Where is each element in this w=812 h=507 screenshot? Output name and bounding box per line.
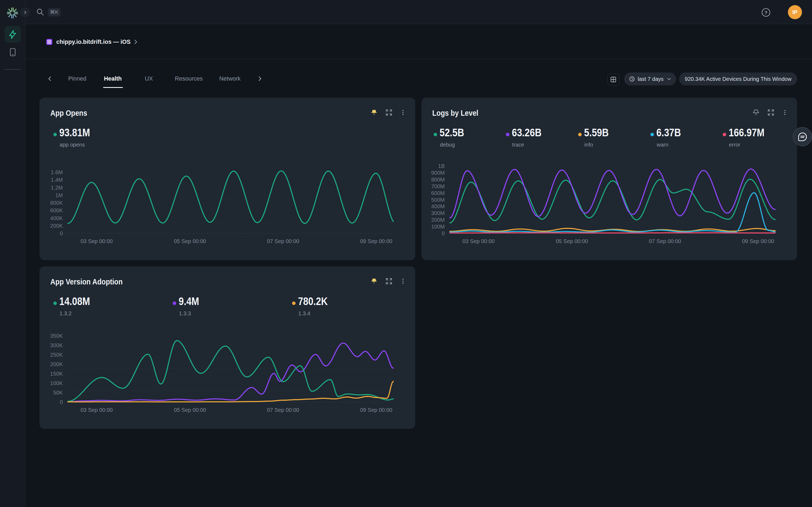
- svg-text:0: 0: [442, 230, 445, 236]
- svg-text:300M: 300M: [431, 210, 445, 216]
- svg-text:09 Sep 00:00: 09 Sep 00:00: [360, 238, 393, 244]
- svg-text:800M: 800M: [431, 177, 445, 182]
- svg-text:600M: 600M: [431, 190, 445, 196]
- svg-text:05 Sep 00:00: 05 Sep 00:00: [556, 238, 588, 244]
- svg-text:300K: 300K: [50, 342, 63, 348]
- svg-text:09 Sep 00:00: 09 Sep 00:00: [742, 238, 774, 244]
- svg-text:1B: 1B: [438, 163, 445, 169]
- svg-text:200K: 200K: [50, 223, 63, 229]
- svg-text:1.6M: 1.6M: [51, 169, 63, 175]
- svg-text:100K: 100K: [50, 380, 63, 386]
- svg-text:03 Sep 00:00: 03 Sep 00:00: [81, 407, 113, 413]
- svg-text:100M: 100M: [431, 224, 445, 230]
- svg-text:900M: 900M: [431, 170, 445, 176]
- svg-text:07 Sep 00:00: 07 Sep 00:00: [267, 238, 299, 244]
- svg-text:05 Sep 00:00: 05 Sep 00:00: [174, 407, 206, 413]
- svg-text:1.2M: 1.2M: [51, 185, 63, 191]
- svg-text:1M: 1M: [55, 192, 63, 198]
- svg-text:07 Sep 00:00: 07 Sep 00:00: [267, 407, 299, 413]
- svg-text:350K: 350K: [50, 333, 63, 339]
- svg-text:250K: 250K: [50, 352, 63, 358]
- svg-text:?: ?: [765, 10, 767, 15]
- svg-text:05 Sep 00:00: 05 Sep 00:00: [174, 238, 206, 244]
- svg-text:700M: 700M: [431, 183, 445, 189]
- svg-text:03 Sep 00:00: 03 Sep 00:00: [463, 238, 495, 244]
- svg-text:07 Sep 00:00: 07 Sep 00:00: [649, 238, 681, 244]
- svg-text:50K: 50K: [53, 390, 63, 396]
- svg-text:500M: 500M: [431, 197, 445, 203]
- svg-text:0: 0: [60, 399, 63, 405]
- svg-text:400K: 400K: [50, 215, 63, 221]
- svg-text:09 Sep 00:00: 09 Sep 00:00: [360, 407, 393, 413]
- svg-text:150K: 150K: [50, 371, 63, 377]
- svg-text:600K: 600K: [50, 208, 63, 213]
- svg-text:800K: 800K: [50, 200, 63, 206]
- svg-text:1.4M: 1.4M: [51, 177, 63, 183]
- svg-text:03 Sep 00:00: 03 Sep 00:00: [81, 238, 113, 244]
- svg-text:200K: 200K: [50, 361, 63, 367]
- svg-text:0: 0: [60, 230, 63, 236]
- svg-text:400M: 400M: [431, 203, 445, 209]
- svg-text:200M: 200M: [431, 217, 445, 223]
